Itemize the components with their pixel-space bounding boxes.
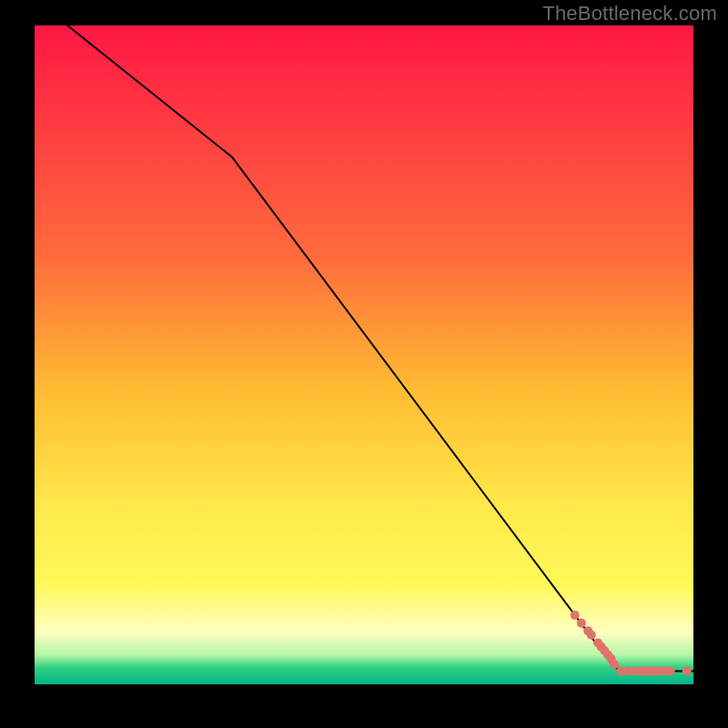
bottleneck-chart <box>35 25 693 684</box>
watermark-label: TheBottleneck.com <box>542 2 717 25</box>
gradient-background <box>35 25 693 684</box>
data-point <box>666 667 675 676</box>
data-point <box>577 619 586 628</box>
data-point <box>682 667 692 676</box>
chart-outer-frame: TheBottleneck.com <box>0 0 728 728</box>
data-point <box>587 631 596 640</box>
plot-area-wrap <box>35 25 693 684</box>
data-point <box>571 611 580 620</box>
data-point <box>610 660 619 669</box>
